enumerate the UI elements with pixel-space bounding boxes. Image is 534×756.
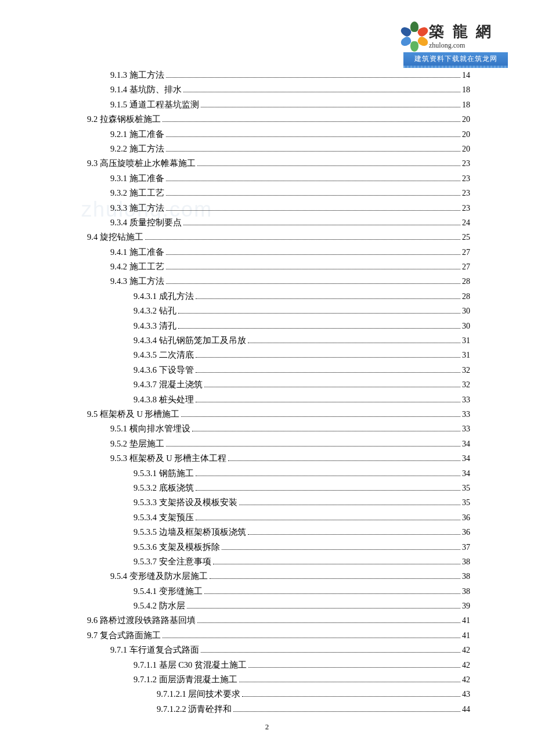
toc-label: 9.5.3.2 底板浇筑 xyxy=(134,484,194,492)
toc-leader-dots xyxy=(248,343,461,343)
toc-label: 9.7.1.2 面层沥青混凝土施工 xyxy=(134,675,237,684)
toc-entry: 9.5.3.2 底板浇筑 35 xyxy=(70,484,470,492)
toc-leader-dots xyxy=(145,239,460,240)
toc-entry: 9.5.3.6 支架及模板拆除 37 xyxy=(70,543,470,552)
toc-label: 9.5.3.5 边墙及框架桥顶板浇筑 xyxy=(134,528,246,537)
toc-leader-dots xyxy=(166,283,460,284)
toc-leader-dots xyxy=(192,431,460,431)
toc-page: 42 xyxy=(462,646,470,654)
toc-label: 9.5.3.7 安全注意事项 xyxy=(134,557,211,566)
toc-label: 9.1.4 基坑防、排水 xyxy=(110,85,182,94)
toc-leader-dots xyxy=(233,711,460,712)
toc-page: 43 xyxy=(462,690,470,699)
toc-page: 24 xyxy=(462,219,470,227)
toc-label: 9.5.1 横向排水管埋设 xyxy=(110,424,190,433)
toc-page: 27 xyxy=(462,249,470,257)
toc-label: 9.7.1.2.2 沥青砼拌和 xyxy=(157,705,232,714)
toc-page: 39 xyxy=(462,602,470,610)
toc-page: 38 xyxy=(462,573,470,581)
toc-entry: 9.7.1.1 基层 C30 贫混凝土施工 42 xyxy=(70,661,470,669)
toc-label: 9.4.3.8 桩头处理 xyxy=(134,395,194,404)
toc-label: 9.5.3.3 支架搭设及模板安装 xyxy=(134,498,237,507)
toc-leader-dots xyxy=(166,254,460,255)
toc-label: 9.1.3 施工方法 xyxy=(110,71,164,80)
toc-label: 9.3.4 质量控制要点 xyxy=(110,218,182,227)
toc-entry: 9.4.3.6 下设导管 32 xyxy=(70,366,470,375)
toc-entry: 9.4.3.5 二次清底 31 xyxy=(70,351,470,359)
toc-leader-dots xyxy=(242,696,460,697)
toc-leader-dots xyxy=(201,652,460,653)
toc-page: 20 xyxy=(462,145,470,153)
toc-leader-dots xyxy=(166,181,460,181)
toc-entry: 9.4.3 施工方法 28 xyxy=(70,277,470,286)
toc-entry: 9.4.2 施工工艺 27 xyxy=(70,262,470,271)
toc-page: 28 xyxy=(462,278,470,286)
toc-page: 32 xyxy=(462,366,470,375)
toc-leader-dots xyxy=(213,564,461,564)
toc-label: 9.3.3 施工方法 xyxy=(110,204,164,213)
toc-page: 44 xyxy=(462,705,470,714)
toc-page: 41 xyxy=(462,632,470,640)
toc-entry: 9.4.3.2 钻孔 30 xyxy=(70,307,470,315)
toc-leader-dots xyxy=(196,520,461,520)
toc-leader-dots xyxy=(178,328,461,329)
toc-entry: 9.5.3.5 边墙及框架桥顶板浇筑 36 xyxy=(70,528,470,537)
toc-label: 9.4.1 施工准备 xyxy=(110,248,164,257)
toc-entry: 9.5.3.4 支架预压 36 xyxy=(70,513,470,522)
toc-label: 9.6 路桥过渡段铁路路基回填 xyxy=(87,616,196,625)
toc-label: 9.4.3.7 混凝土浇筑 xyxy=(134,380,203,389)
toc-entry: 9.1.4 基坑防、排水 18 xyxy=(70,85,470,94)
toc-label: 9.5 框架桥及 U 形槽施工 xyxy=(87,410,179,419)
toc-page: 34 xyxy=(462,470,470,478)
toc-page: 37 xyxy=(462,543,470,552)
toc-entry: 9.5.4 变形缝及防水层施工 38 xyxy=(70,572,470,581)
toc-page: 30 xyxy=(462,322,470,330)
toc-entry: 9.7.1.2.2 沥青砼拌和 44 xyxy=(70,705,470,714)
toc-entry: 9.7.1.2.1 层间技术要求 43 xyxy=(70,690,470,699)
toc-page: 35 xyxy=(462,499,470,507)
toc-label: 9.5.3.6 支架及模板拆除 xyxy=(134,543,220,552)
toc-entry: 9.4.3.3 清孔 30 xyxy=(70,322,470,330)
site-logo: 築 龍 網 zhulong.com 建筑资料下载就在筑龙网 xyxy=(403,20,508,68)
toc-leader-dots xyxy=(239,682,461,682)
toc-entry: 9.1.3 施工方法 14 xyxy=(70,71,470,80)
toc-page: 23 xyxy=(462,160,470,168)
toc-leader-dots xyxy=(239,505,461,505)
toc-entry: 9.5.3.1 钢筋施工 34 xyxy=(70,469,470,478)
toc-page: 38 xyxy=(462,558,470,566)
toc-label: 9.3.1 施工准备 xyxy=(110,174,164,183)
toc-leader-dots xyxy=(166,151,460,152)
toc-page: 28 xyxy=(462,293,470,301)
toc-page: 35 xyxy=(462,484,470,492)
toc-leader-dots xyxy=(166,269,460,269)
toc-page: 32 xyxy=(462,381,470,389)
toc-leader-dots xyxy=(197,622,460,623)
toc-leader-dots xyxy=(166,136,460,137)
flower-icon xyxy=(403,20,425,42)
toc-page: 31 xyxy=(462,351,470,359)
toc-leader-dots xyxy=(201,107,460,107)
toc-label: 9.5.4.1 变形缝施工 xyxy=(134,587,203,596)
toc-label: 9.4.3.5 二次清底 xyxy=(134,351,194,359)
toc-entry: 9.4.3.4 钻孔钢筋笼加工及吊放 31 xyxy=(70,336,470,345)
toc-label: 9.7 复合式路面施工 xyxy=(87,631,161,640)
toc-page: 34 xyxy=(462,455,470,463)
toc-entry: 9.4 旋挖钻施工 25 xyxy=(70,233,470,242)
toc-label: 9.5.3.4 支架预压 xyxy=(134,513,194,522)
toc-label: 9.7.1.2.1 层间技术要求 xyxy=(157,690,240,699)
toc-label: 9.4.3.3 清孔 xyxy=(134,322,176,330)
toc-entry: 9.5.1 横向排水管埋设 33 xyxy=(70,424,470,433)
toc-page: 36 xyxy=(462,528,470,537)
toc-label: 9.2.2 施工方法 xyxy=(110,145,164,153)
toc-label: 9.4.2 施工工艺 xyxy=(110,262,164,271)
logo-text-en: zhulong.com xyxy=(429,41,508,50)
toc-page: 33 xyxy=(462,425,470,433)
toc-leader-dots xyxy=(248,667,460,668)
toc-leader-dots xyxy=(166,195,460,196)
toc-leader-dots xyxy=(196,357,461,358)
toc-label: 9.4.3.1 成孔方法 xyxy=(134,292,194,301)
toc-page: 23 xyxy=(462,189,470,197)
toc-label: 9.4.3.4 钻孔钢筋笼加工及吊放 xyxy=(134,336,246,345)
toc-page: 20 xyxy=(462,116,470,124)
toc-content: 9.1.3 施工方法 149.1.4 基坑防、排水 189.1.5 通道工程基坑… xyxy=(70,71,470,719)
